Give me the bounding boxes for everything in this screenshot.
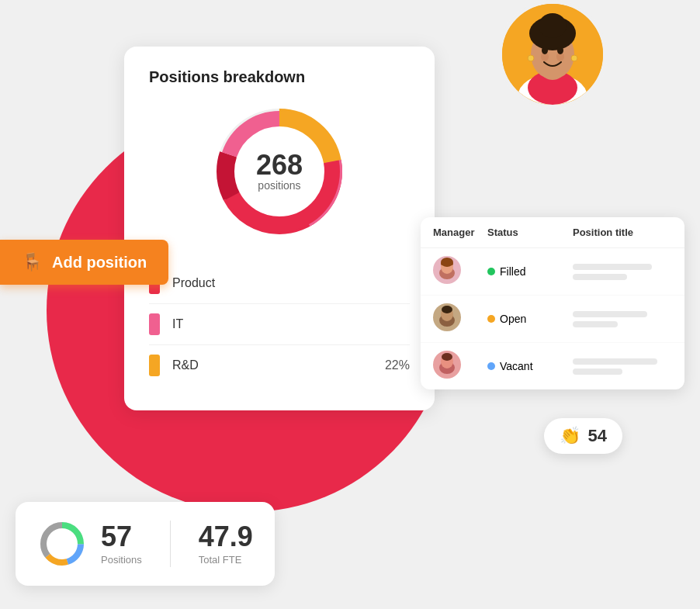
- positions-label: Positions: [101, 554, 142, 566]
- status-dot-filled: [487, 268, 495, 275]
- row-avatar-2: [433, 303, 487, 334]
- mini-donut-svg: [37, 519, 87, 569]
- breakdown-card: Positions breakdown: [124, 47, 435, 410]
- main-scene: Positions breakdown: [0, 0, 700, 609]
- position-title-line-3: [573, 358, 672, 375]
- table-row: Filled: [421, 248, 684, 296]
- text-line: [573, 321, 618, 327]
- legend-item-rd: R&D 22%: [149, 345, 410, 386]
- avatar-svg: [502, 4, 603, 105]
- text-line: [573, 264, 652, 270]
- clap-icon: 👏: [560, 426, 580, 446]
- stats-card: 57 Positions 47.9 Total FTE: [16, 502, 275, 586]
- legend-dot-rd: [149, 355, 160, 376]
- row-avatar-1: [433, 256, 487, 287]
- svg-point-34: [442, 353, 452, 361]
- legend-label-it: IT: [172, 317, 183, 331]
- status-label-vacant: Vacant: [500, 360, 533, 372]
- legend-item-it: IT: [149, 304, 410, 345]
- chair-icon: 🪑: [22, 252, 43, 272]
- status-vacant: Vacant: [487, 360, 573, 372]
- legend-label-product: Product: [172, 276, 215, 290]
- table-header-manager: Manager: [433, 227, 487, 238]
- stats-left: 57 Positions: [37, 519, 164, 569]
- profile-avatar: [498, 0, 607, 109]
- positions-stat: 57 Positions: [101, 523, 142, 566]
- svg-rect-26: [441, 262, 453, 265]
- legend-item-product: Product: [149, 263, 410, 304]
- text-line: [573, 274, 627, 280]
- status-label-open: Open: [500, 313, 526, 325]
- svg-point-19: [557, 47, 563, 54]
- status-open: Open: [487, 313, 573, 325]
- fte-label: Total FTE: [199, 554, 253, 566]
- svg-point-30: [442, 306, 452, 313]
- legend: Product IT R&D 22%: [149, 263, 410, 386]
- clap-badge: 👏 54: [544, 418, 622, 454]
- legend-dot-it: [149, 313, 160, 335]
- stats-right: 47.9 Total FTE: [177, 523, 253, 566]
- add-position-label: Add position: [52, 254, 147, 272]
- table-header-status: Status: [487, 227, 573, 238]
- svg-point-21: [571, 55, 577, 61]
- table-row: Open: [421, 296, 684, 343]
- status-dot-open: [487, 315, 495, 323]
- fte-number: 47.9: [199, 523, 253, 551]
- table-header-position: Position title: [573, 227, 672, 238]
- legend-label-rd: R&D: [172, 358, 199, 372]
- row-avatar-3: [433, 351, 487, 382]
- svg-point-15: [539, 13, 567, 38]
- donut-center: 268 positions: [256, 151, 303, 192]
- donut-wrapper: 268 positions: [210, 102, 349, 241]
- stats-divider: [170, 521, 171, 567]
- status-label-filled: Filled: [500, 265, 525, 278]
- clap-count: 54: [588, 426, 607, 446]
- svg-point-18: [542, 47, 548, 54]
- status-dot-vacant: [487, 362, 495, 370]
- add-position-button[interactable]: 🪑 Add position: [0, 240, 168, 285]
- donut-chart-area: 268 positions: [149, 102, 410, 241]
- position-title-line-1: [573, 264, 672, 280]
- text-line: [573, 311, 647, 317]
- table-row: Vacant: [421, 343, 684, 389]
- table-card: Manager Status Position title Filled: [421, 217, 684, 389]
- text-line: [573, 369, 622, 375]
- svg-point-20: [528, 55, 534, 61]
- status-filled: Filled: [487, 265, 573, 278]
- positions-number: 57: [101, 523, 142, 551]
- legend-percent-rd: 22%: [385, 358, 410, 372]
- table-header: Manager Status Position title: [421, 217, 684, 248]
- donut-label: positions: [256, 179, 303, 192]
- text-line: [573, 358, 657, 365]
- position-title-line-2: [573, 311, 672, 327]
- breakdown-title: Positions breakdown: [149, 68, 410, 86]
- donut-number: 268: [256, 151, 303, 179]
